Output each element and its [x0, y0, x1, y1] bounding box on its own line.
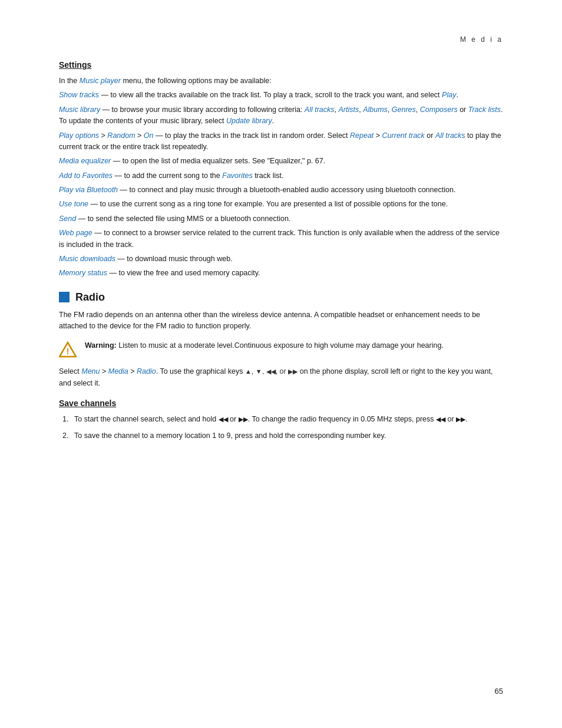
favorites-link: Favorites	[222, 172, 252, 180]
web-page-link: Web page	[59, 229, 92, 237]
page: M e d i a Settings In the Music player m…	[0, 0, 562, 728]
save-channels-list: To start the channel search, select and …	[59, 414, 503, 442]
play-options-item: Play options > Random > On — to play the…	[59, 130, 503, 153]
page-header: M e d i a	[59, 35, 503, 44]
play-bluetooth-link: Play via Bluetooth	[59, 186, 118, 194]
music-library-link: Music library	[59, 106, 100, 114]
composers-link: Composers	[420, 106, 458, 114]
settings-section: Settings In the Music player menu, the f…	[59, 60, 503, 279]
save-channels-section: Save channels To start the channel searc…	[59, 398, 503, 442]
rewind-key-icon2: ◀◀	[436, 416, 445, 423]
media-link: Media	[108, 367, 128, 375]
genres-link: Genres	[392, 106, 416, 114]
radio-body1: The FM radio depends on an antenna other…	[59, 309, 503, 332]
memory-status-link: Memory status	[59, 269, 107, 277]
warning-box: ! Warning: Listen to music at a moderate…	[59, 339, 503, 359]
random-link: Random	[107, 131, 135, 140]
memory-status-item: Memory status — to view the free and use…	[59, 268, 503, 279]
warning-label: Warning:	[85, 341, 117, 350]
play-options-link: Play options	[59, 131, 99, 140]
media-equalizer-link: Media equalizer	[59, 157, 111, 165]
settings-title: Settings	[59, 60, 503, 70]
save-channels-title: Save channels	[59, 398, 503, 408]
music-player-link: Music player	[80, 77, 121, 85]
rewind-key-icon: ◀◀	[219, 416, 228, 423]
use-tone-item: Use tone — to use the current song as a …	[59, 199, 503, 210]
warning-text: Warning: Listen to music at a moderate l…	[85, 340, 444, 351]
radio-title: Radio	[59, 291, 503, 304]
key-forward-icon: ▶▶	[288, 368, 297, 375]
play-link: Play	[442, 91, 456, 99]
use-tone-link: Use tone	[59, 200, 88, 208]
forward-key-icon2: ▶▶	[456, 416, 465, 423]
forward-key-icon: ▶▶	[239, 416, 248, 423]
svg-text:!: !	[67, 347, 70, 356]
on-link: On	[144, 131, 154, 140]
list-item: To start the channel search, select and …	[71, 414, 503, 425]
play-bluetooth-item: Play via Bluetooth — to connect and play…	[59, 185, 503, 196]
send-item: Send — to send the selected file using M…	[59, 213, 503, 225]
music-downloads-link: Music downloads	[59, 255, 115, 263]
current-track-link: Current track	[382, 131, 425, 140]
albums-link: Albums	[363, 106, 388, 114]
key-rewind-icon: ◀◀	[266, 368, 276, 375]
warning-icon: !	[59, 341, 77, 358]
radio-square-icon	[59, 292, 70, 302]
page-number: 65	[495, 687, 503, 696]
key-down-icon: ▼	[256, 368, 262, 375]
all-tracks-link: All tracks	[305, 106, 335, 114]
music-library-item: Music library — to browse your music lib…	[59, 104, 503, 127]
list-item: To save the channel to a memory location…	[71, 430, 503, 442]
web-page-item: Web page — to connect to a browser servi…	[59, 228, 503, 251]
radio-select-line: Select Menu > Media > Radio. To use the …	[59, 366, 503, 389]
media-equalizer-item: Media equalizer — to open the list of me…	[59, 156, 503, 167]
update-library-link: Update library	[226, 117, 272, 125]
radio-link: Radio	[137, 367, 156, 375]
repeat-link: Repeat	[350, 131, 373, 140]
music-downloads-item: Music downloads — to download music thro…	[59, 253, 503, 265]
key-up-icon: ▲	[245, 368, 252, 375]
show-tracks-link: Show tracks	[59, 91, 99, 99]
settings-intro: In the Music player menu, the following …	[59, 75, 503, 87]
radio-title-text: Radio	[75, 291, 105, 304]
menu-link: Menu	[81, 367, 100, 375]
artists-link: Artists	[338, 106, 359, 114]
send-link: Send	[59, 215, 76, 223]
add-favorites-link: Add to Favorites	[59, 172, 113, 180]
track-lists-link: Track lists	[468, 106, 501, 114]
all-tracks-link2: All tracks	[435, 131, 465, 140]
add-favorites-item: Add to Favorites — to add the current so…	[59, 170, 503, 182]
radio-section: Radio The FM radio depends on an antenna…	[59, 291, 503, 390]
show-tracks-item: Show tracks — to view all the tracks ava…	[59, 90, 503, 101]
header-text: M e d i a	[460, 35, 503, 44]
